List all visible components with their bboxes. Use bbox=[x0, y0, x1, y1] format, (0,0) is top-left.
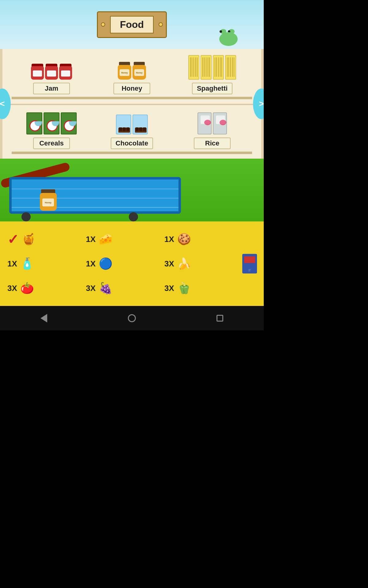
choco-pack-1 bbox=[116, 115, 131, 134]
rice-images bbox=[197, 112, 227, 134]
spaghetti-pack-1 bbox=[188, 55, 199, 80]
list-item-soap: 1X 🧴 bbox=[5, 256, 83, 271]
home-icon bbox=[128, 314, 136, 322]
rice-pack-1 bbox=[197, 112, 212, 134]
shelf-item-spaghetti[interactable]: Spaghetti bbox=[172, 55, 252, 94]
cereal-box-1 bbox=[26, 112, 42, 134]
shopping-list: ✓ 🍯 1X 🧀 1X 🍪 🛒 1X 🧴 1X 🔵 3X 🍌 3X 🍅 3X 🍇 bbox=[0, 221, 264, 306]
cart-area: Honey bbox=[0, 159, 264, 221]
choco-pack-2 bbox=[132, 115, 148, 134]
grapes-icon: 🍇 bbox=[99, 282, 113, 295]
back-icon bbox=[40, 314, 47, 322]
rice-pack-2 bbox=[213, 112, 227, 134]
spaghetti-label: Spaghetti bbox=[192, 83, 232, 94]
honey-images: Honey Honey bbox=[118, 62, 146, 80]
cookie-icon: 🍪 bbox=[177, 233, 191, 246]
spaghetti-pack-4 bbox=[225, 55, 236, 80]
nav-home-button[interactable] bbox=[127, 314, 136, 323]
list-item-pepper: 3X 🫑 bbox=[162, 281, 240, 296]
cart-honey-item: Honey bbox=[40, 189, 57, 211]
banana-qty: 3X bbox=[164, 259, 174, 269]
jam-images bbox=[31, 64, 72, 80]
cheese-icon: 🧀 bbox=[99, 233, 113, 246]
honey-jar-1: Honey bbox=[118, 62, 131, 80]
honey-label: Honey bbox=[113, 83, 150, 94]
spaghetti-pack-2 bbox=[201, 55, 212, 80]
blue-icon: 🔵 bbox=[99, 257, 113, 270]
cart-basket bbox=[9, 177, 181, 214]
check-icon: ✓ bbox=[7, 232, 19, 247]
cheese-qty: 1X bbox=[86, 235, 96, 244]
shelf-item-jam[interactable]: Jam bbox=[12, 64, 91, 94]
grapes-qty: 3X bbox=[86, 284, 96, 293]
page-title: Food bbox=[110, 16, 154, 33]
list-item-tomato: 3X 🍅 bbox=[5, 281, 83, 296]
shopping-cart: Honey bbox=[0, 165, 205, 221]
cereals-images bbox=[26, 112, 77, 134]
frog-decoration bbox=[218, 29, 239, 46]
chocolate-label: Chocolate bbox=[111, 138, 153, 149]
cookie-qty: 1X bbox=[164, 235, 174, 244]
pepper-qty: 3X bbox=[164, 284, 174, 293]
nav-back-button[interactable] bbox=[39, 314, 48, 323]
header-area: Food bbox=[0, 0, 264, 49]
shelf-item-chocolate[interactable]: Chocolate bbox=[92, 115, 172, 149]
jam-jar-3 bbox=[59, 64, 72, 80]
spaghetti-images bbox=[188, 55, 236, 80]
jam-jar-2 bbox=[45, 64, 58, 80]
honey-jar-2: Honey bbox=[132, 62, 146, 80]
list-item-completed: ✓ 🍯 bbox=[5, 230, 83, 248]
cereals-label: Cereals bbox=[33, 138, 70, 149]
pepper-icon: 🫑 bbox=[177, 282, 191, 295]
shelf-item-honey[interactable]: Honey Honey Honey bbox=[92, 62, 172, 94]
jam-jar-1 bbox=[31, 64, 44, 80]
cart-wheel-left bbox=[21, 212, 31, 221]
rice-label: Rice bbox=[194, 138, 231, 149]
store-area: < > Jam bbox=[0, 49, 264, 159]
nav-recents-button[interactable] bbox=[215, 314, 224, 323]
navigation-bar bbox=[0, 306, 264, 330]
shelf-row-2: Cereals bbox=[0, 104, 264, 159]
food-sign: Food bbox=[97, 11, 167, 38]
list-item-cheese: 1X 🧀 bbox=[83, 232, 162, 247]
list-item-grapes: 3X 🍇 bbox=[83, 281, 162, 296]
shelf-item-rice[interactable]: Rice bbox=[172, 112, 252, 149]
blue-qty: 1X bbox=[86, 259, 96, 269]
list-item-cookie: 1X 🍪 bbox=[162, 232, 240, 247]
honey-icon: 🍯 bbox=[22, 233, 36, 246]
banana-icon: 🍌 bbox=[177, 257, 191, 270]
spaghetti-pack-3 bbox=[213, 55, 224, 80]
store-icon[interactable]: 🛒 bbox=[242, 254, 257, 273]
list-item-banana: 3X 🍌 bbox=[162, 256, 240, 271]
soap-icon: 🧴 bbox=[20, 257, 34, 270]
soap-qty: 1X bbox=[7, 259, 17, 269]
recents-icon bbox=[217, 315, 223, 322]
cereal-box-2 bbox=[44, 112, 59, 134]
chocolate-images bbox=[116, 115, 148, 134]
jam-label: Jam bbox=[33, 83, 70, 94]
list-item-blue: 1X 🔵 bbox=[83, 256, 162, 271]
store-icon-container[interactable]: 🛒 bbox=[240, 254, 259, 273]
tomato-icon: 🍅 bbox=[20, 282, 34, 295]
shelf-item-cereals[interactable]: Cereals bbox=[12, 112, 91, 149]
tomato-qty: 3X bbox=[7, 284, 17, 293]
cereal-box-3 bbox=[61, 112, 77, 134]
cart-wheel-right bbox=[129, 212, 138, 221]
shelf-row-1: Jam Honey Honey Honey bbox=[0, 49, 264, 104]
